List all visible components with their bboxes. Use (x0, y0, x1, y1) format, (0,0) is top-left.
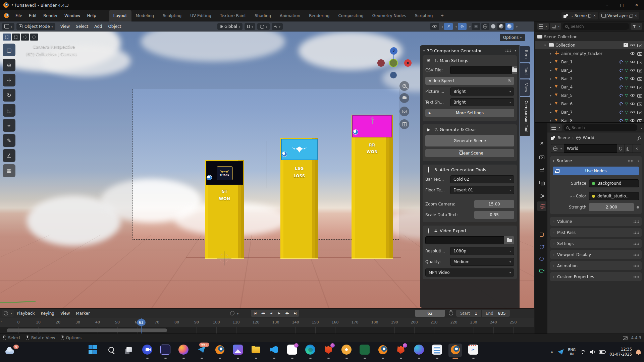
vscode-app[interactable] (269, 345, 279, 359)
surface-shader-field[interactable]: Background (589, 179, 639, 187)
world-tab[interactable] (537, 201, 546, 211)
zoom-view-button[interactable] (399, 81, 409, 91)
transform-orientation-selector[interactable]: ⊕ Global (217, 23, 243, 30)
transform-tool[interactable]: ⌖ (3, 119, 15, 132)
telegram-tray-icon[interactable] (558, 349, 564, 355)
weather-widget[interactable]: 5 (5, 346, 18, 357)
constraints-tab[interactable] (537, 254, 546, 263)
timeline-editor-type-button[interactable] (2, 310, 14, 317)
select-tweak-button[interactable] (3, 34, 11, 41)
workspace-tab[interactable]: Rendering (305, 10, 334, 21)
render-tab[interactable] (537, 153, 546, 162)
viewport-3d[interactable]: TITANS GT WON LSG LOSS RR WON (0, 21, 534, 308)
hide-eye-icon[interactable] (630, 94, 635, 98)
properties-search[interactable] (564, 124, 637, 131)
meet-app[interactable] (142, 345, 152, 359)
modifier-wrench-icon[interactable] (619, 84, 623, 89)
mesh-data-icon[interactable]: ▽ (625, 110, 628, 114)
play-button[interactable]: ▶ (275, 310, 283, 317)
workspace-tab[interactable]: Modeling (131, 10, 159, 21)
use-nodes-button[interactable]: Use Nodes (553, 167, 639, 175)
unlink-world-button[interactable]: ✕ (633, 144, 641, 153)
hide-eye-icon[interactable] (630, 43, 635, 47)
timeline-tick-strip[interactable] (0, 327, 534, 334)
viewlayer-selector[interactable]: ViewLayer ✕ (599, 12, 639, 19)
task-view-button[interactable] (124, 345, 134, 359)
next-keyframe-button[interactable]: ◆▶ (283, 310, 291, 317)
panel-grip-icon[interactable] (505, 49, 511, 52)
outliner-filter-button[interactable] (631, 23, 642, 30)
timeline-menu[interactable]: Playback (14, 310, 38, 317)
x-axis-gizmo-ball[interactable]: X (404, 59, 412, 67)
bar-1[interactable]: ▸ Bar_1 ▽ (535, 58, 644, 66)
rendered-shading-button[interactable] (505, 23, 514, 30)
object-tab[interactable] (537, 230, 546, 239)
world-name-field[interactable]: World (564, 144, 617, 153)
anim-empty-tracker[interactable]: ▸ anim_empty_tracker (535, 49, 644, 58)
color-field[interactable]: default_studio... (589, 192, 639, 200)
menubar-menu[interactable]: Edit (25, 12, 40, 19)
move-tool[interactable]: ⊹ (3, 74, 15, 86)
animate-app[interactable] (160, 345, 170, 359)
workspace-tab[interactable]: Compositing (334, 10, 368, 21)
expand-chevron-icon[interactable]: ▸ (549, 111, 553, 114)
file-explorer[interactable] (251, 345, 261, 359)
y-axis-gizmo-ball[interactable] (389, 59, 398, 67)
mesh-data-icon[interactable]: ▽ (625, 77, 628, 80)
wireframe-shading-button[interactable] (481, 23, 489, 30)
new-scene-icon[interactable] (588, 14, 591, 17)
workspace-tab[interactable]: UV Editing (186, 10, 216, 21)
viewport-menu[interactable]: Add (91, 23, 105, 30)
hide-eye-icon[interactable] (630, 77, 635, 81)
menubar-menu[interactable]: Render (40, 12, 61, 19)
scene-collection[interactable]: Scene Collection (535, 33, 644, 41)
copilot-app[interactable] (178, 345, 189, 359)
viewport-menu[interactable]: View (57, 23, 73, 30)
quality-select[interactable]: Medium (450, 258, 514, 266)
hidden-icons-chevron[interactable]: ∧ (550, 350, 553, 354)
disable-render-camera-icon[interactable] (637, 43, 642, 47)
bar-lsg[interactable]: LSG LOSS (280, 138, 318, 259)
bar-texture-select[interactable]: Gold 02 (450, 175, 514, 183)
hide-eye-icon[interactable] (630, 52, 635, 56)
brave-app-2[interactable] (396, 345, 406, 359)
collapsed-panel[interactable]: › Settings (550, 239, 642, 248)
maximize-button[interactable]: □ (614, 0, 629, 10)
viewport-menu[interactable]: Select (73, 23, 91, 30)
current-frame-field[interactable]: 62 (415, 310, 445, 317)
modifier-wrench-icon[interactable] (619, 68, 623, 72)
pin-icon[interactable] (638, 136, 641, 139)
panel-grip-icon[interactable] (633, 220, 639, 223)
language-indicator[interactable]: ENGIN (568, 348, 576, 356)
modifier-wrench-icon[interactable] (619, 76, 623, 81)
hide-eye-icon[interactable] (630, 85, 635, 89)
canva-app[interactable] (414, 345, 424, 359)
sidebar-tab[interactable]: Comparison Tool (520, 97, 530, 136)
disable-render-camera-icon[interactable] (637, 68, 642, 72)
export-path-input[interactable] (425, 236, 504, 244)
bar-5[interactable]: ▸ Bar_5 ▽ (535, 91, 644, 100)
collection-checkbox[interactable] (624, 43, 628, 47)
mesh-data-icon[interactable]: ▽ (625, 60, 628, 64)
new-viewlayer-icon[interactable] (630, 14, 633, 17)
snipping-tool[interactable] (468, 345, 478, 359)
bar-2[interactable]: ▸ Bar_2 ▽ (535, 66, 644, 74)
disable-render-camera-icon[interactable] (637, 119, 642, 123)
menubar-menu[interactable]: File (12, 12, 25, 19)
workspace-tab[interactable]: Geometry Nodes (368, 10, 411, 21)
workspace-tab[interactable]: Animation (275, 10, 305, 21)
blender-app-active[interactable] (450, 345, 460, 359)
expand-chevron-icon[interactable]: ▸ (549, 69, 553, 72)
bar-7[interactable]: ▸ Bar_7 ▽ (535, 108, 644, 116)
view-layer-tab[interactable] (537, 178, 546, 187)
format-select[interactable]: MP4 Video (425, 268, 514, 277)
add-workspace-button[interactable]: + (437, 10, 447, 21)
chatgpt-app[interactable] (287, 345, 297, 359)
outliner-search-input[interactable] (570, 24, 627, 29)
expand-chevron-icon[interactable]: ▸ (549, 60, 553, 64)
hide-eye-icon[interactable] (630, 102, 635, 106)
outliner-editor-type-button[interactable] (537, 23, 549, 30)
bar-gt[interactable]: TITANS GT WON (205, 160, 244, 259)
overlays-dropdown[interactable] (468, 24, 471, 29)
xray-toggle[interactable]: ▣ (472, 23, 480, 30)
